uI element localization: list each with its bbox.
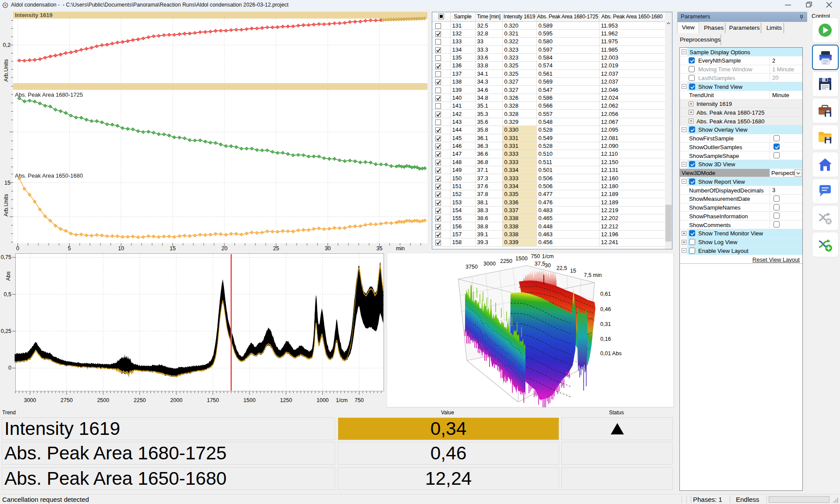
svg-text:2000: 2000 — [170, 397, 182, 403]
svg-text:Abs: Abs — [5, 271, 11, 281]
svg-text:5: 5 — [68, 245, 71, 252]
svg-text:Intensity 1619: Intensity 1619 — [15, 12, 52, 18]
svg-text:1000: 1000 — [316, 397, 329, 403]
svg-text:1/cm: 1/cm — [542, 253, 553, 259]
svg-text:2750: 2750 — [60, 397, 73, 403]
svg-text:0,25: 0,25 — [1, 328, 11, 334]
svg-text:30: 30 — [325, 245, 331, 252]
svg-text:750: 750 — [531, 253, 540, 259]
svg-text:3750: 3750 — [466, 264, 478, 270]
svg-text:15: 15 — [4, 180, 10, 186]
svg-text:35: 35 — [376, 245, 382, 252]
svg-text:7,5 min: 7,5 min — [584, 272, 602, 278]
svg-text:0,5: 0,5 — [4, 291, 11, 298]
svg-text:1250: 1250 — [280, 397, 292, 403]
svg-text:37,5: 37,5 — [535, 261, 545, 267]
svg-text:Arb.Units: Arb.Units — [3, 59, 9, 81]
svg-text:min: min — [396, 245, 405, 252]
svg-text:3000: 3000 — [24, 397, 36, 403]
svg-text:15: 15 — [170, 245, 176, 252]
svg-text:750: 750 — [355, 397, 364, 403]
svg-text:1/cm: 1/cm — [336, 397, 347, 403]
svg-text:0,31: 0,31 — [600, 321, 611, 327]
svg-text:20: 20 — [221, 245, 228, 252]
svg-text:0: 0 — [8, 365, 11, 371]
svg-text:22,5: 22,5 — [556, 265, 567, 271]
svg-text:0,75: 0,75 — [1, 254, 11, 260]
svg-text:15: 15 — [570, 268, 576, 274]
svg-text:2500: 2500 — [97, 397, 109, 403]
svg-text:Abs. Peak Area 1680-1725: Abs. Peak Area 1680-1725 — [15, 91, 83, 98]
svg-text:2250: 2250 — [500, 258, 512, 264]
svg-text:10: 10 — [118, 245, 124, 252]
svg-text:30: 30 — [545, 262, 551, 269]
svg-text:0,61: 0,61 — [600, 291, 611, 297]
svg-text:3000: 3000 — [483, 261, 496, 267]
svg-text:0,2: 0,2 — [3, 42, 10, 48]
svg-text:0: 0 — [16, 245, 19, 252]
svg-text:0,16: 0,16 — [600, 336, 611, 342]
svg-text:1750: 1750 — [207, 397, 219, 403]
svg-text:Abs. Peak Area 1650-1680: Abs. Peak Area 1650-1680 — [15, 172, 83, 179]
svg-text:Arb.Units: Arb.Units — [3, 194, 9, 216]
svg-text:0,01 Abs: 0,01 Abs — [600, 350, 622, 357]
svg-text:1500: 1500 — [243, 397, 256, 403]
svg-text:1500: 1500 — [515, 256, 528, 262]
svg-text:0,46: 0,46 — [600, 306, 611, 312]
svg-text:2250: 2250 — [133, 397, 146, 403]
svg-text:25: 25 — [273, 245, 279, 252]
